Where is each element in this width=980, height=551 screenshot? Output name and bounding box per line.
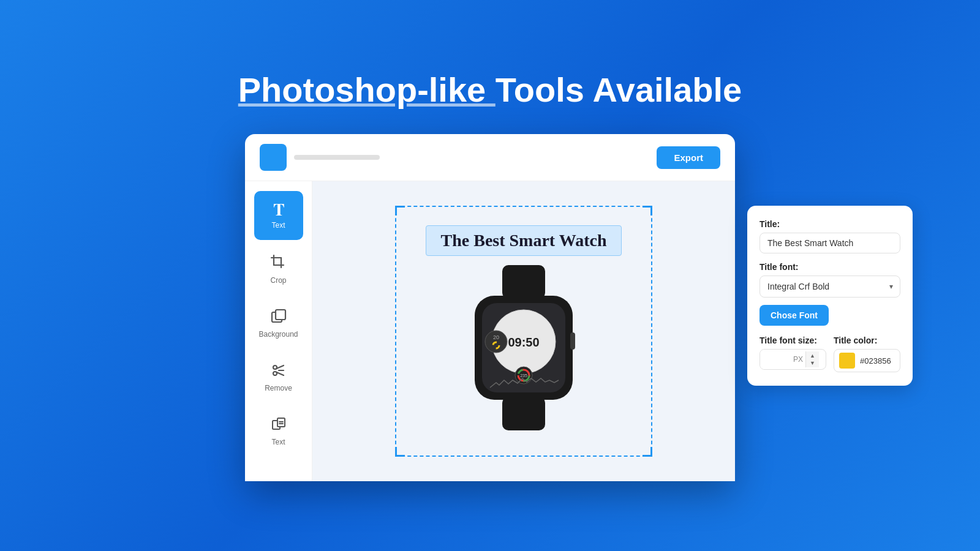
crop-icon <box>270 254 287 274</box>
font-size-stepper[interactable]: ▲ ▼ <box>805 351 819 368</box>
tool-text-active[interactable]: 𝐓 Text <box>254 191 303 240</box>
font-size-col: Title font size: PX ▲ ▼ <box>760 335 826 370</box>
font-size-color-row: Title font size: PX ▲ ▼ Title color: <box>760 335 900 372</box>
tool-remove-label: Remove <box>265 384 292 392</box>
font-size-up[interactable]: ▲ <box>810 353 815 359</box>
svg-text:09:50: 09:50 <box>508 335 539 349</box>
tool-text-active-label: Text <box>271 221 285 230</box>
background-icon <box>270 308 287 328</box>
tool-crop[interactable]: Crop <box>254 245 303 294</box>
color-col: Title color: #023856 <box>834 335 900 372</box>
title-input[interactable] <box>760 233 900 253</box>
title-font-label: Title font: <box>760 262 900 272</box>
text-bottom-icon <box>270 416 287 435</box>
svg-line-4 <box>276 365 284 369</box>
svg-text:235: 235 <box>520 373 527 378</box>
tool-background[interactable]: Background <box>254 299 303 348</box>
font-size-label: Title font size: <box>760 335 826 345</box>
app-body: 𝐓 Text Crop <box>245 181 735 481</box>
title-font-select[interactable]: Integral Crf Bold <box>760 276 900 298</box>
font-size-down[interactable]: ▼ <box>810 360 815 367</box>
color-picker-wrap[interactable]: #023856 <box>834 349 900 372</box>
page-title: Photoshop-like Tools Available <box>238 70 742 110</box>
properties-panel: Title: Title font: Integral Crf Bold ▾ C… <box>747 206 913 386</box>
tool-background-label: Background <box>258 330 298 339</box>
corner-tl <box>395 206 405 216</box>
svg-text:20: 20 <box>493 334 499 340</box>
font-size-input[interactable] <box>760 350 791 369</box>
app-logo <box>260 144 287 171</box>
text-banner[interactable]: The Best Smart Watch <box>426 225 622 256</box>
font-size-wrap: PX ▲ ▼ <box>760 349 826 370</box>
svg-line-5 <box>276 372 284 375</box>
color-label: Title color: <box>834 335 900 345</box>
corner-bl <box>395 447 405 457</box>
header-left <box>260 144 380 171</box>
tool-crop-label: Crop <box>270 276 286 285</box>
tool-text-bottom[interactable]: Text <box>254 407 303 455</box>
scissors-icon <box>270 362 287 381</box>
app-window: Export 𝐓 Text Crop <box>245 134 735 481</box>
corner-br <box>643 447 652 457</box>
font-size-unit: PX <box>791 355 805 364</box>
app-header: Export <box>245 134 735 181</box>
corner-tr <box>643 206 652 216</box>
tools-sidebar: 𝐓 Text Crop <box>245 181 312 481</box>
export-button[interactable]: Export <box>657 146 720 169</box>
svg-rect-12 <box>502 397 545 430</box>
color-hex: #023856 <box>860 356 891 365</box>
watch-image: 09:50 20 235 <box>450 262 597 433</box>
text-cursor-icon: 𝐓 <box>273 201 284 219</box>
svg-rect-1 <box>276 310 285 320</box>
tool-text-bottom-label: Text <box>271 438 285 446</box>
tool-remove[interactable]: Remove <box>254 353 303 402</box>
svg-rect-24 <box>570 332 575 350</box>
breadcrumb <box>294 155 380 160</box>
title-font-select-wrap: Integral Crf Bold ▾ <box>760 276 900 298</box>
svg-rect-11 <box>502 265 545 299</box>
chose-font-button[interactable]: Chose Font <box>760 305 829 326</box>
title-label: Title: <box>760 219 900 229</box>
canvas-area: The Best Smart Watch <box>312 181 735 481</box>
color-swatch[interactable] <box>839 353 855 369</box>
canvas-selection: The Best Smart Watch <box>395 206 652 457</box>
